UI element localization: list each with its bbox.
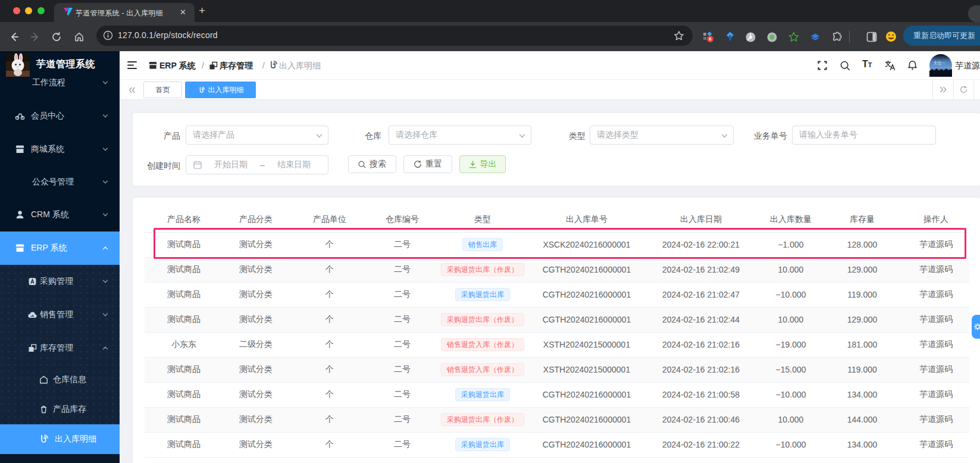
svg-text:6: 6 xyxy=(709,36,712,42)
svg-text:文也一: 文也一 xyxy=(934,61,945,65)
